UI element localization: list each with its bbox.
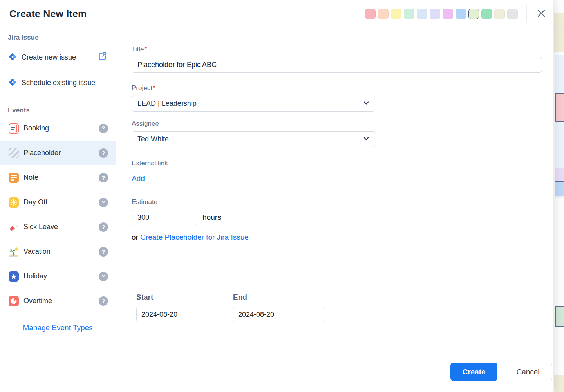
help-icon[interactable]: ? [99,222,108,232]
background-divider-fragment [553,255,564,255]
chevron-down-icon [363,100,369,108]
start-date-input[interactable] [136,307,227,322]
overtime-clock-icon [9,296,19,306]
color-swatch-pink[interactable] [365,9,376,19]
help-icon[interactable]: ? [99,173,108,182]
color-swatch-sky-blue[interactable] [456,9,466,19]
required-asterisk: * [153,84,155,92]
sidebar-heading-events: Events [0,107,116,114]
sidebar-item-day-off[interactable]: Day Off ? [0,190,116,215]
close-button[interactable] [535,7,548,21]
required-asterisk: * [145,45,147,53]
placeholder-icon [9,148,19,158]
color-swatch-pale-green[interactable] [468,9,479,19]
background-cell-fragment [555,168,564,181]
sidebar-item-create-new-issue[interactable]: Create new issue [0,48,116,68]
estimate-input[interactable] [132,210,198,225]
main-form: Title* Project* LEAD | Leadership Assign… [116,28,553,350]
sidebar-item-label: Create new issue [22,53,76,61]
estimate-row: hours [132,210,542,225]
end-date-input[interactable] [233,307,324,322]
modal-footer: Create Cancel [0,350,553,392]
pill-icon [9,222,19,232]
sidebar-item-placeholder[interactable]: Placeholder ? [0,141,116,165]
project-label: Project* [132,84,542,92]
color-swatch-pale-blue[interactable] [417,9,427,19]
external-link-label: External link [132,159,542,167]
jira-icon [9,52,16,65]
title-input[interactable] [132,57,542,73]
start-date-field: Start [136,293,227,322]
external-link-icon[interactable] [98,52,107,62]
create-placeholder-for-jira-issue-link[interactable]: Create Placeholder for Jira Issue [140,233,249,242]
project-select-value: LEAD | Leadership [137,99,363,108]
day-off-icon [9,197,19,208]
color-swatch-orchid[interactable] [443,9,453,19]
assignee-label: Assignee [132,120,542,128]
sidebar-item-label: Overtime [24,297,99,305]
sidebar-item-booking[interactable]: Booking ? [0,116,116,141]
modal-body: Jira Issue Create new issue [0,28,553,350]
color-swatch-yellow[interactable] [391,9,401,19]
booking-icon [9,123,19,134]
color-swatch-peach[interactable] [378,9,389,19]
color-swatch-gray[interactable] [507,9,518,19]
beach-icon [9,247,19,257]
help-icon[interactable]: ? [99,198,108,207]
color-swatch-mint[interactable] [404,9,414,19]
or-text: or [132,233,138,241]
sidebar-item-label: Vacation [24,247,99,256]
color-swatch-row [365,9,518,19]
end-label: End [233,293,324,302]
manage-event-types-link[interactable]: Manage Event Types [23,323,92,332]
title-label: Title* [132,45,542,53]
modal-title: Create New Item [9,8,87,20]
modal-header: Create New Item [0,0,553,28]
sidebar-item-vacation[interactable]: Vacation ? [0,239,116,264]
screen: Create New Item [0,0,564,392]
create-button[interactable]: Create [450,363,497,381]
sidebar-item-label: Sick Leave [24,223,99,231]
chevron-down-icon [363,135,369,143]
color-swatch-green[interactable] [481,9,492,19]
background-divider-fragment [553,28,564,29]
background-page-strip [553,0,564,392]
help-icon[interactable]: ? [99,296,108,306]
create-new-item-modal: Create New Item [0,0,553,392]
background-cell-fragment [555,181,564,196]
cancel-button[interactable]: Cancel [504,363,552,381]
help-icon[interactable]: ? [99,124,108,133]
close-icon [536,8,546,20]
background-cell-fragment [554,13,564,52]
header-divider [526,5,527,23]
star-icon [9,271,19,282]
sidebar-item-label: Placeholder [24,149,99,157]
sidebar-item-label: Note [24,173,99,182]
help-icon[interactable]: ? [99,247,108,257]
add-external-link-button[interactable]: Add [132,174,145,183]
sidebar-item-label: Booking [24,124,99,132]
sidebar-heading-jira-issue: Jira Issue [0,34,116,42]
sidebar: Jira Issue Create new issue [0,28,116,350]
background-cell-fragment [554,375,564,392]
or-row: or Create Placeholder for Jira Issue [132,233,542,242]
sidebar-item-sick-leave[interactable]: Sick Leave ? [0,215,116,239]
project-select[interactable]: LEAD | Leadership [132,96,375,112]
sidebar-item-note[interactable]: Note ? [0,165,116,190]
sidebar-item-label: Schedule existing issue [22,79,95,87]
sidebar-item-holiday[interactable]: Holiday ? [0,264,116,289]
assignee-select-value: Ted.White [137,135,363,143]
color-swatch-cream[interactable] [494,9,505,19]
sidebar-item-schedule-existing-issue[interactable]: Schedule existing issue [0,73,116,93]
sidebar-item-label: Day Off [24,198,99,206]
help-icon[interactable]: ? [99,148,108,158]
sidebar-item-label: Holiday [24,272,99,280]
background-cell-fragment [555,306,564,327]
color-swatch-lavender[interactable] [430,9,440,19]
estimate-unit-label: hours [202,213,221,222]
assignee-select[interactable]: Ted.White [132,131,375,147]
estimate-label: Estimate [132,198,542,206]
help-icon[interactable]: ? [99,272,108,281]
dates-section: Start End [132,283,542,322]
sidebar-item-overtime[interactable]: Overtime ? [0,289,116,313]
